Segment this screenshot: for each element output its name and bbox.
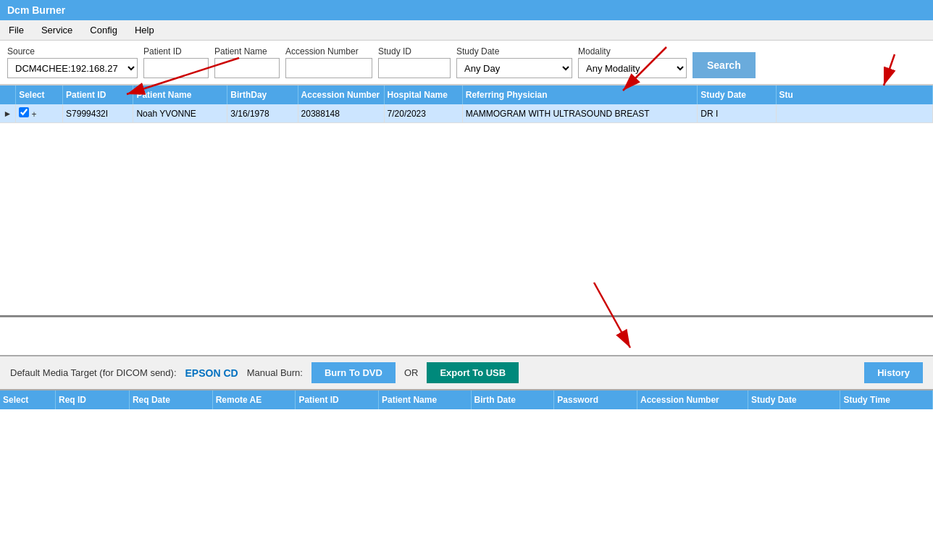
col-header-birthday: BirthDay xyxy=(227,85,298,104)
study-id-field-group: Study ID xyxy=(378,46,451,78)
col-header-accession: Accession Number xyxy=(298,85,384,104)
accession-label: Accession Number xyxy=(285,46,372,57)
cell-stu xyxy=(776,104,932,123)
patient-name-label: Patient Name xyxy=(214,46,280,57)
col-header-patient-name: Patient Name xyxy=(133,85,227,104)
col-header-arrow xyxy=(0,85,16,104)
expand-button[interactable]: + xyxy=(31,109,36,120)
study-date-select[interactable]: Any Day Today Yesterday Last 7 Days Last… xyxy=(456,58,572,78)
row-checkbox[interactable] xyxy=(19,107,29,117)
accession-field-group: Accession Number xyxy=(285,46,372,78)
patient-id-label: Patient ID xyxy=(143,46,209,57)
action-bar: Default Media Target (for DICOM send): E… xyxy=(0,355,933,390)
upper-table: Select Patient ID Patient Name BirthDay xyxy=(0,85,933,123)
upper-table-header-row: Select Patient ID Patient Name BirthDay xyxy=(0,85,933,104)
cell-study-date: DR I xyxy=(698,104,776,123)
cell-patient-name: Noah YVONNE xyxy=(133,104,227,123)
menu-bar: File Service Config Help xyxy=(0,20,933,41)
lcol-header-study-time: Study Time xyxy=(840,390,933,409)
default-media-value: EPSON CD xyxy=(185,367,238,379)
export-usb-button[interactable]: Export To USB xyxy=(427,362,519,383)
menu-config[interactable]: Config xyxy=(87,23,120,37)
row-select-cell[interactable]: + xyxy=(16,104,63,123)
col-header-hospital: Hospital Name xyxy=(384,85,462,104)
modality-field-group: Modality Any Modality CR CT MR US DX MG xyxy=(578,46,687,78)
patient-name-input[interactable] xyxy=(214,58,280,78)
lower-table: Select Req ID Req Date Remote AE xyxy=(0,390,933,409)
source-field-group: Source DCM4CHEE:192.168.27 xyxy=(7,46,138,78)
lcol-header-patient-name: Patient Name xyxy=(379,390,471,409)
patient-id-field-group: Patient ID xyxy=(143,46,209,78)
lcol-header-remote-ae: Remote AE xyxy=(212,390,296,409)
default-media-label: Default Media Target (for DICOM send): xyxy=(10,367,177,378)
app-title: Dcm Burner xyxy=(7,4,65,16)
lcol-header-req-id: Req ID xyxy=(55,390,129,409)
lower-table-header-row: Select Req ID Req Date Remote AE xyxy=(0,390,933,409)
modality-select[interactable]: Any Modality CR CT MR US DX MG xyxy=(578,58,687,78)
study-date-label: Study Date xyxy=(456,46,572,57)
app-window: Dcm Burner File Service Config Help Sour… xyxy=(0,0,933,560)
study-date-field-group: Study Date Any Day Today Yesterday Last … xyxy=(456,46,572,78)
upper-table-container: Select Patient ID Patient Name BirthDay xyxy=(0,85,933,317)
cell-hospital: 7/20/2023 xyxy=(384,104,462,123)
study-id-label: Study ID xyxy=(378,46,451,57)
lcol-header-patient-id: Patient ID xyxy=(296,390,379,409)
lcol-header-accession: Accession Number xyxy=(637,390,748,409)
col-header-select: Select xyxy=(16,85,63,104)
cell-referring: MAMMOGRAM WITH ULTRASOUND BREAST xyxy=(462,104,698,123)
lcol-header-select: Select xyxy=(0,390,55,409)
lcol-header-req-date: Req Date xyxy=(129,390,212,409)
lower-table-container: Select Req ID Req Date Remote AE xyxy=(0,390,933,557)
menu-service[interactable]: Service xyxy=(38,23,75,37)
cell-birthday: 3/16/1978 xyxy=(227,104,298,123)
source-label: Source xyxy=(7,46,138,57)
search-panel: Source DCM4CHEE:192.168.27 Patient ID Pa… xyxy=(0,41,933,85)
or-text: OR xyxy=(404,367,419,378)
table-row[interactable]: ► + S7999432I Noah YVONNE 3/16/1978 2038… xyxy=(0,104,933,123)
source-select[interactable]: DCM4CHEE:192.168.27 xyxy=(7,58,138,78)
lcol-header-password: Password xyxy=(554,390,637,409)
patient-name-field-group: Patient Name xyxy=(214,46,280,78)
burn-dvd-button[interactable]: Burn To DVD xyxy=(311,362,396,383)
lcol-header-study-date: Study Date xyxy=(748,390,840,409)
patient-id-input[interactable] xyxy=(143,58,209,78)
col-header-referring: Referring Physician xyxy=(462,85,698,104)
col-header-stu: Stu xyxy=(776,85,932,104)
manual-burn-label: Manual Burn: xyxy=(247,367,303,378)
cell-accession: 20388148 xyxy=(298,104,384,123)
col-header-patient-id: Patient ID xyxy=(63,85,133,104)
study-id-input[interactable] xyxy=(378,58,451,78)
menu-file[interactable]: File xyxy=(6,23,27,37)
col-header-study-date: Study Date xyxy=(698,85,776,104)
menu-help[interactable]: Help xyxy=(132,23,157,37)
title-bar: Dcm Burner xyxy=(0,0,933,20)
history-button[interactable]: History xyxy=(864,362,923,383)
row-expand-arrow: ► xyxy=(0,104,16,123)
lcol-header-birth-date: Birth Date xyxy=(471,390,554,409)
accession-input[interactable] xyxy=(285,58,372,78)
modality-label: Modality xyxy=(578,46,687,57)
search-button[interactable]: Search xyxy=(693,52,756,78)
cell-patient-id: S7999432I xyxy=(63,104,133,123)
